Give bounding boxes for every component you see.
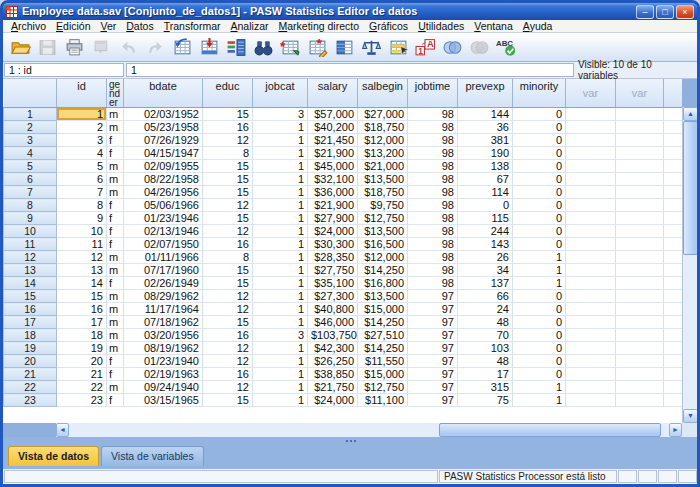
cell-bdate-row7[interactable]: 04/26/1956: [124, 186, 203, 199]
cell-jobtime-row21[interactable]: 97: [408, 368, 458, 381]
cell-prevexp-row18[interactable]: 70: [458, 329, 513, 342]
cell-jobcat-row8[interactable]: 1: [253, 199, 308, 212]
cell-gender-row11[interactable]: f: [107, 238, 124, 251]
cell-salary-row7[interactable]: $36,000: [308, 186, 358, 199]
row-header-6[interactable]: 6: [4, 173, 57, 186]
cell-var2-row15[interactable]: [616, 290, 664, 303]
cell-gender-row8[interactable]: f: [107, 199, 124, 212]
cell-gender-row14[interactable]: f: [107, 277, 124, 290]
cell-minority-row13[interactable]: 1: [513, 264, 566, 277]
row-header-22[interactable]: 22: [4, 381, 57, 394]
row-header-3[interactable]: 3: [4, 134, 57, 147]
cell-bdate-row3[interactable]: 07/26/1929: [124, 134, 203, 147]
cell-jobcat-row13[interactable]: 1: [253, 264, 308, 277]
cell-gender-row5[interactable]: m: [107, 160, 124, 173]
value-labels-button[interactable]: 1A: [413, 35, 438, 59]
cell-gender-row15[interactable]: m: [107, 290, 124, 303]
cell-jobtime-row22[interactable]: 97: [408, 381, 458, 394]
cell-bdate-row1[interactable]: 02/03/1952: [124, 108, 203, 121]
cell-var1-row17[interactable]: [566, 316, 616, 329]
cell-salary-row1[interactable]: $57,000: [308, 108, 358, 121]
cell-salbegin-row5[interactable]: $21,000: [358, 160, 408, 173]
cell-educ-row11[interactable]: 16: [203, 238, 253, 251]
cell-minority-row6[interactable]: 0: [513, 173, 566, 186]
cell-prevexp-row3[interactable]: 381: [458, 134, 513, 147]
cell-educ-row15[interactable]: 12: [203, 290, 253, 303]
cell-var1-row12[interactable]: [566, 251, 616, 264]
cell-minority-row18[interactable]: 0: [513, 329, 566, 342]
cell-bdate-row19[interactable]: 08/19/1962: [124, 342, 203, 355]
column-header-var-2[interactable]: var: [616, 79, 664, 108]
cell-salbegin-row9[interactable]: $12,750: [358, 212, 408, 225]
cell-jobcat-row21[interactable]: 1: [253, 368, 308, 381]
cell-salbegin-row22[interactable]: $12,750: [358, 381, 408, 394]
cell-educ-row3[interactable]: 12: [203, 134, 253, 147]
cell-var1-row10[interactable]: [566, 225, 616, 238]
cell-var2-row12[interactable]: [616, 251, 664, 264]
menu-archivo[interactable]: Archivo: [6, 20, 51, 32]
cell-var1-row18[interactable]: [566, 329, 616, 342]
cell-salbegin-row16[interactable]: $15,000: [358, 303, 408, 316]
column-header-id[interactable]: id: [57, 79, 107, 108]
cell-jobtime-row2[interactable]: 98: [408, 121, 458, 134]
column-header-salary[interactable]: salary: [308, 79, 358, 108]
cell-id-row18[interactable]: 18: [57, 329, 107, 342]
cell-educ-row2[interactable]: 16: [203, 121, 253, 134]
print-button[interactable]: [62, 35, 87, 59]
cell-minority-row23[interactable]: 1: [513, 394, 566, 407]
cell-salary-row16[interactable]: $40,800: [308, 303, 358, 316]
cell-minority-row3[interactable]: 0: [513, 134, 566, 147]
cell-id-row4[interactable]: 4: [57, 147, 107, 160]
cell-var2-row18[interactable]: [616, 329, 664, 342]
cell-id-row14[interactable]: 14: [57, 277, 107, 290]
cell-minority-row10[interactable]: 0: [513, 225, 566, 238]
cell-salary-row11[interactable]: $30,300: [308, 238, 358, 251]
cell-jobcat-row17[interactable]: 1: [253, 316, 308, 329]
row-header-9[interactable]: 9: [4, 212, 57, 225]
column-header-jobtime[interactable]: jobtime: [408, 79, 458, 108]
cell-var1-row2[interactable]: [566, 121, 616, 134]
cell-gender-row6[interactable]: m: [107, 173, 124, 186]
cell-jobtime-row15[interactable]: 97: [408, 290, 458, 303]
cell-jobtime-row17[interactable]: 97: [408, 316, 458, 329]
menu-edici-n[interactable]: Edición: [51, 20, 95, 32]
cell-salary-row3[interactable]: $21,450: [308, 134, 358, 147]
scroll-right-arrow-icon[interactable]: ►: [669, 423, 682, 437]
cell-jobtime-row5[interactable]: 98: [408, 160, 458, 173]
cell-educ-row8[interactable]: 12: [203, 199, 253, 212]
scroll-up-arrow-icon[interactable]: ▲: [683, 107, 698, 121]
cell-jobtime-row10[interactable]: 98: [408, 225, 458, 238]
vertical-scrollbar[interactable]: ▲ ▼: [682, 107, 697, 423]
cell-var1-row8[interactable]: [566, 199, 616, 212]
cell-minority-row9[interactable]: 0: [513, 212, 566, 225]
cell-educ-row16[interactable]: 12: [203, 303, 253, 316]
cell-jobtime-row14[interactable]: 98: [408, 277, 458, 290]
cell-id-row16[interactable]: 16: [57, 303, 107, 316]
cell-bdate-row22[interactable]: 09/24/1940: [124, 381, 203, 394]
cell-bdate-row23[interactable]: 03/15/1965: [124, 394, 203, 407]
cell-gender-row21[interactable]: f: [107, 368, 124, 381]
cell-var2-row9[interactable]: [616, 212, 664, 225]
cell-var2-row1[interactable]: [616, 108, 664, 121]
select-cases-button[interactable]: [386, 35, 411, 59]
cell-bdate-row10[interactable]: 02/13/1946: [124, 225, 203, 238]
cell-var2-row14[interactable]: [616, 277, 664, 290]
row-header-21[interactable]: 21: [4, 368, 57, 381]
cell-minority-row7[interactable]: 0: [513, 186, 566, 199]
cell-salbegin-row10[interactable]: $13,500: [358, 225, 408, 238]
cell-id-row21[interactable]: 21: [57, 368, 107, 381]
cell-salbegin-row17[interactable]: $14,250: [358, 316, 408, 329]
cell-gender-row13[interactable]: m: [107, 264, 124, 277]
cell-salary-row17[interactable]: $46,000: [308, 316, 358, 329]
row-header-8[interactable]: 8: [4, 199, 57, 212]
cell-minority-row4[interactable]: 0: [513, 147, 566, 160]
cell-jobtime-row13[interactable]: 98: [408, 264, 458, 277]
cell-jobtime-row23[interactable]: 97: [408, 394, 458, 407]
pane-splitter-handle[interactable]: [346, 440, 348, 442]
menu-utilidades[interactable]: Utilidades: [413, 20, 469, 32]
cell-id-row3[interactable]: 3: [57, 134, 107, 147]
cell-salbegin-row21[interactable]: $15,000: [358, 368, 408, 381]
row-header-13[interactable]: 13: [4, 264, 57, 277]
weight-cases-button[interactable]: [359, 35, 384, 59]
cell-jobcat-row15[interactable]: 1: [253, 290, 308, 303]
